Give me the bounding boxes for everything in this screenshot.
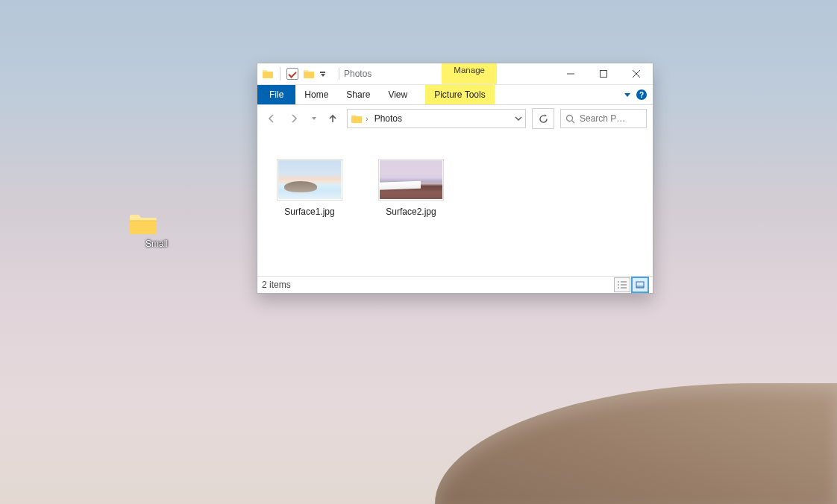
desktop-icon-label: Small — [128, 239, 185, 249]
contextual-tab-header: Manage — [442, 63, 497, 76]
file-thumbnail — [277, 159, 342, 201]
view-tab[interactable]: View — [379, 85, 416, 104]
ribbon-menu: File Home Share View Picture Tools ? — [257, 85, 653, 105]
help-button[interactable]: ? — [636, 89, 647, 100]
desktop-icon-small-folder[interactable]: Small — [128, 212, 185, 249]
arrow-left-icon — [266, 113, 277, 124]
window-controls — [554, 63, 653, 84]
large-icons-view-button[interactable] — [632, 277, 648, 292]
forward-button[interactable] — [286, 109, 302, 128]
svg-rect-13 — [636, 286, 644, 288]
details-view-icon — [618, 281, 627, 289]
new-folder-qat-icon[interactable] — [303, 68, 315, 80]
back-button[interactable] — [263, 109, 280, 128]
properties-qat-icon[interactable] — [286, 68, 298, 80]
svg-line-5 — [572, 120, 575, 123]
search-icon — [565, 114, 575, 124]
up-button[interactable] — [325, 109, 341, 128]
desktop-wallpaper-dune — [435, 383, 837, 504]
maximize-button[interactable] — [587, 63, 620, 84]
file-name: Surface2.jpg — [374, 207, 448, 217]
address-history-button[interactable] — [515, 115, 522, 122]
file-list[interactable]: Surface1.jpg Surface2.jpg — [257, 132, 653, 277]
breadcrumb-separator-icon: › — [366, 114, 369, 123]
status-bar: 2 items — [257, 276, 653, 293]
status-items-count: 2 items — [262, 280, 291, 290]
folder-icon — [128, 212, 158, 236]
recent-locations-button[interactable] — [308, 109, 319, 128]
titlebar: Photos Manage — [257, 63, 653, 85]
file-name: Surface1.jpg — [272, 207, 347, 217]
arrow-up-icon — [327, 113, 338, 124]
explorer-window: Photos Manage — [257, 63, 653, 294]
file-item[interactable]: Surface1.jpg — [272, 159, 347, 217]
details-view-button[interactable] — [614, 277, 630, 292]
expand-ribbon-button[interactable] — [624, 93, 630, 97]
share-tab[interactable]: Share — [337, 85, 379, 104]
arrow-right-icon — [289, 113, 299, 124]
navigation-bar: › Photos Search P… — [257, 105, 653, 132]
search-box[interactable]: Search P… — [560, 109, 647, 128]
home-tab[interactable]: Home — [295, 85, 337, 104]
file-item[interactable]: Surface2.jpg — [374, 159, 448, 217]
customize-qat-button[interactable] — [319, 72, 325, 77]
picture-tools-tab[interactable]: Picture Tools — [425, 85, 494, 104]
address-bar[interactable]: › Photos — [347, 109, 526, 128]
refresh-button[interactable] — [532, 108, 554, 129]
desktop[interactable]: Small Photos — [0, 0, 837, 504]
minimize-button[interactable] — [554, 63, 587, 84]
close-button[interactable] — [620, 63, 653, 84]
window-title: Photos — [330, 63, 376, 84]
window-title-text: Photos — [344, 69, 372, 79]
folder-icon — [262, 68, 274, 80]
file-menu-button[interactable]: File — [257, 85, 295, 104]
svg-rect-1 — [601, 71, 607, 78]
large-icons-view-icon — [636, 281, 645, 289]
breadcrumb-photos[interactable]: Photos — [372, 113, 405, 124]
refresh-icon — [539, 114, 548, 124]
svg-point-4 — [567, 115, 573, 121]
search-placeholder: Search P… — [580, 113, 625, 124]
contextual-tab: Manage — [442, 63, 497, 84]
file-thumbnail — [378, 159, 444, 201]
folder-icon — [351, 113, 363, 125]
quick-access-toolbar — [257, 63, 330, 84]
